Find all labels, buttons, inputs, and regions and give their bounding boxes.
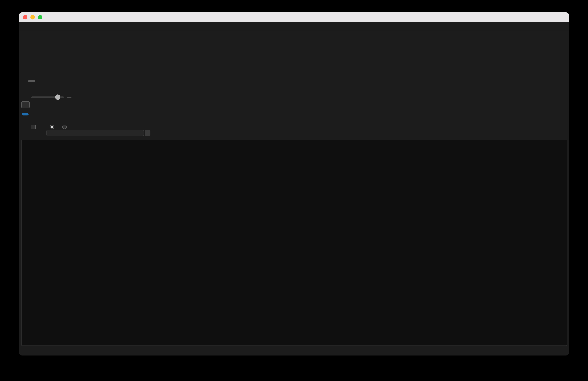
close-window-button[interactable]: [23, 15, 27, 20]
menu-bar: [19, 22, 569, 30]
slowest-frames-thumbnail[interactable]: [46, 69, 61, 85]
merge-children-checkbox[interactable]: [31, 124, 36, 129]
recent-frames-thumbnail[interactable]: [46, 49, 61, 66]
thread-sections: [22, 140, 567, 345]
frames-section-header[interactable]: [22, 33, 24, 37]
scope-filter-input[interactable]: [46, 130, 144, 136]
stage: [0, 0, 588, 381]
app-window: [19, 12, 569, 356]
clear-frames-button[interactable]: [28, 80, 35, 82]
divider: [19, 111, 569, 111]
traffic-lights: [23, 15, 42, 20]
max-frames-row: [28, 94, 75, 101]
tab-stats[interactable]: [32, 113, 38, 115]
minimize-window-button[interactable]: [30, 15, 35, 20]
title-bar: [19, 12, 569, 22]
zoom-window-button[interactable]: [38, 15, 42, 20]
sort-name-radio[interactable]: [62, 125, 67, 129]
status-bar: [19, 347, 569, 356]
flamegraph-canvas[interactable]: [21, 140, 567, 346]
options-row: [22, 123, 566, 130]
view-tabs: [22, 113, 38, 115]
sort-time-radio[interactable]: [50, 125, 54, 129]
timeline-ruler-bottom: [22, 339, 567, 344]
clear-filter-button[interactable]: [145, 130, 150, 136]
play-button[interactable]: [21, 101, 30, 108]
playback-row: [21, 101, 36, 108]
divider: [19, 122, 569, 122]
divider: [19, 100, 569, 100]
menu-view[interactable]: [33, 25, 39, 27]
visible-threads-toggle[interactable]: [297, 123, 299, 128]
tab-flamegraph[interactable]: [22, 113, 28, 115]
max-frames-value[interactable]: [67, 97, 72, 98]
menu-file[interactable]: [27, 25, 33, 27]
max-frames-slider[interactable]: [31, 94, 64, 100]
slider-knob[interactable]: [55, 94, 61, 100]
